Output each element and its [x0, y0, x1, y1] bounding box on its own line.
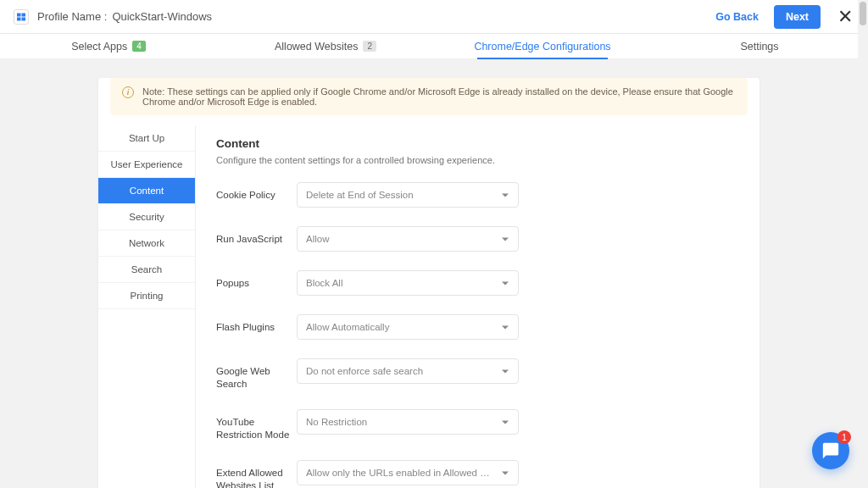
- setting-label: Google Web Search: [216, 358, 297, 391]
- setting-label: YouTube Restriction Mode: [216, 409, 297, 441]
- notice-banner: Note: These settings can be applied only…: [110, 78, 748, 115]
- setting-google-web-search: Google Web Search Do not enforce safe se…: [216, 358, 739, 391]
- page-scroll-area[interactable]: Note: These settings can be applied only…: [0, 59, 858, 488]
- sidenav-item-network[interactable]: Network: [98, 230, 195, 257]
- content-description: Configure the content settings for a con…: [216, 155, 739, 165]
- svg-rect-2: [17, 17, 21, 20]
- tab-label: Settings: [740, 41, 778, 53]
- chat-badge: 1: [837, 430, 851, 444]
- setting-label: Flash Plugins: [216, 314, 297, 334]
- setting-label: Cookie Policy: [216, 182, 297, 202]
- tab-label: Allowed Websites: [275, 41, 358, 53]
- select-cookie-policy[interactable]: Delete at End of Session: [297, 182, 519, 208]
- scrollbar-thumb[interactable]: [860, 2, 866, 25]
- sidenav-item-printing[interactable]: Printing: [98, 283, 195, 309]
- tab-select-apps[interactable]: Select Apps 4: [0, 34, 217, 58]
- setting-cookie-policy: Cookie Policy Delete at End of Session: [216, 182, 739, 208]
- chat-icon: [821, 441, 840, 460]
- setting-flash-plugins: Flash Plugins Allow Automatically: [216, 314, 739, 340]
- sidenav-item-startup[interactable]: Start Up: [98, 125, 195, 152]
- windows-icon: [14, 9, 29, 25]
- setting-label: Run JavaScript: [216, 226, 297, 246]
- tab-badge: 4: [132, 41, 146, 52]
- setting-youtube-restriction: YouTube Restriction Mode No Restriction: [216, 409, 739, 441]
- sidenav-item-security[interactable]: Security: [98, 204, 195, 230]
- tab-bar: Select Apps 4 Allowed Websites 2 Chrome/…: [0, 34, 868, 59]
- config-card: Note: These settings can be applied only…: [98, 78, 760, 488]
- chat-button[interactable]: 1: [812, 432, 849, 469]
- next-button[interactable]: Next: [774, 5, 821, 29]
- svg-rect-1: [22, 13, 26, 16]
- svg-rect-3: [22, 17, 26, 20]
- tab-chrome-edge-config[interactable]: Chrome/Edge Configurations: [434, 34, 651, 58]
- select-google-web-search[interactable]: Do not enforce safe search: [297, 358, 519, 384]
- select-run-javascript[interactable]: Allow: [297, 226, 519, 252]
- sidenav-item-content[interactable]: Content: [98, 178, 195, 204]
- select-extend-allowed-websites[interactable]: Allow only the URLs enabled in Allowed W…: [297, 460, 519, 485]
- select-flash-plugins[interactable]: Allow Automatically: [297, 314, 519, 340]
- select-popups[interactable]: Block All: [297, 270, 519, 296]
- setting-extend-allowed-websites: Extend Allowed Websites List Rules Allow…: [216, 460, 739, 488]
- setting-run-javascript: Run JavaScript Allow: [216, 226, 739, 252]
- info-icon: [122, 86, 134, 98]
- go-back-link[interactable]: Go Back: [715, 11, 759, 23]
- close-icon[interactable]: ✕: [836, 8, 854, 26]
- sidenav-item-search[interactable]: Search: [98, 257, 195, 283]
- setting-popups: Popups Block All: [216, 270, 739, 296]
- vertical-scrollbar[interactable]: [858, 0, 868, 488]
- profile-label: Profile Name :: [37, 10, 107, 23]
- tab-label: Select Apps: [71, 41, 127, 53]
- svg-rect-0: [17, 13, 21, 16]
- content-pane: Content Configure the content settings f…: [196, 125, 760, 488]
- select-youtube-restriction[interactable]: No Restriction: [297, 409, 519, 435]
- tab-label: Chrome/Edge Configurations: [474, 41, 610, 53]
- notice-text: Note: These settings can be applied only…: [142, 86, 736, 107]
- profile-name: QuickStart-Windows: [112, 10, 212, 23]
- tab-badge: 2: [363, 41, 376, 52]
- sidenav-item-user-experience[interactable]: User Experience: [98, 152, 195, 178]
- content-title: Content: [216, 137, 739, 150]
- tab-settings[interactable]: Settings: [651, 34, 868, 58]
- setting-label: Extend Allowed Websites List Rules: [216, 460, 297, 488]
- setting-label: Popups: [216, 270, 297, 290]
- top-bar: Profile Name : QuickStart-Windows Go Bac…: [0, 0, 868, 34]
- side-nav: Start Up User Experience Content Securit…: [98, 125, 196, 488]
- tab-allowed-websites[interactable]: Allowed Websites 2: [217, 34, 434, 58]
